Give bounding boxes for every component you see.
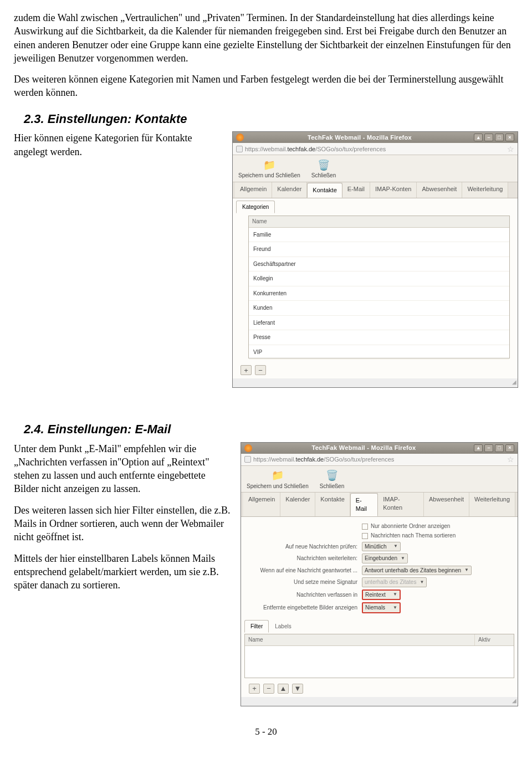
filter-list: Name Aktiv [244, 634, 514, 678]
paragraph-kontakte: Hier können eigene Kategorien für Kontak… [14, 131, 224, 158]
tab-allgemein[interactable]: Allgemein [243, 493, 280, 516]
select-forward-mode[interactable]: Eingebunden▼ [362, 553, 408, 563]
page-number: 5 - 20 [14, 726, 518, 739]
paragraph-email-3: Mittels der hier einstellbaren Labels kö… [14, 552, 233, 592]
remove-button[interactable]: − [255, 365, 266, 375]
tab-weiterleitung[interactable]: Weiterleitung [462, 182, 508, 198]
list-header-name[interactable]: Name [249, 216, 509, 228]
move-down-button[interactable]: ▼ [292, 684, 303, 694]
window-up-button[interactable]: ▴ [474, 134, 483, 141]
tab-kontakte[interactable]: Kontakte [315, 493, 350, 516]
paragraph-intro-2: Des weiteren können eigene Kategorien mi… [14, 73, 518, 100]
move-up-button[interactable]: ▲ [278, 684, 289, 694]
bookmark-star-icon[interactable]: ☆ [507, 454, 514, 465]
tab-weiterleitung[interactable]: Weiterleitung [469, 493, 515, 516]
remove-button[interactable]: − [263, 684, 274, 694]
chevron-down-icon: ▼ [393, 592, 397, 598]
paragraph-intro-1: zudem die Wahl zwischen „Vertraulichen" … [14, 11, 518, 65]
list-item[interactable]: Freund [249, 242, 509, 257]
select-reply-placement[interactable]: Antwort unterhalb des Zitates beginnen▼ [362, 566, 472, 576]
chevron-down-icon: ▼ [401, 556, 405, 562]
tab-kalender[interactable]: Kalender [280, 493, 315, 516]
save-close-button[interactable]: 📁 Speichern und Schließen [238, 158, 300, 180]
firefox-icon [244, 444, 252, 452]
label-signature: Und setze meine Signatur [245, 578, 362, 586]
list-item[interactable]: VIP [249, 345, 509, 360]
checkbox-sort-by-thread[interactable]: Nachrichten nach Thema sortieren [362, 532, 456, 540]
select-remote-images[interactable]: Niemals▼ [362, 602, 401, 613]
firefox-icon [236, 134, 244, 141]
bookmark-star-icon[interactable]: ☆ [507, 144, 514, 155]
tab-abwesenheit[interactable]: Abwesenheit [417, 182, 462, 198]
window-close-button[interactable]: × [505, 444, 514, 452]
close-icon: 🗑️ [324, 469, 340, 483]
list-item[interactable]: Kunden [249, 301, 509, 316]
window-maximize-button[interactable]: □ [495, 134, 504, 141]
chevron-down-icon: ▼ [393, 605, 397, 611]
label-forward: Nachrichten weiterleiten: [245, 555, 362, 562]
checkbox-subscribed-only[interactable]: Nur abonnierte Ordner anzeigen [362, 522, 450, 530]
column-name[interactable]: Name [245, 634, 475, 645]
toolbar: 📁 Speichern und Schließen 🗑️ Schließen [241, 466, 518, 493]
window-minimize-button[interactable]: – [484, 444, 493, 452]
tab-imap[interactable]: IMAP-Konten [370, 182, 417, 198]
tab-kontakte[interactable]: Kontakte [307, 183, 342, 198]
list-item[interactable]: Konkurrenten [249, 286, 509, 301]
subtab-labels[interactable]: Labels [269, 620, 297, 633]
screenshot-kontakte: TechFak Webmail - Mozilla Firefox ▴ – □ … [232, 131, 518, 387]
column-aktiv[interactable]: Aktiv [475, 634, 514, 645]
address-bar[interactable]: https://webmail.techfak.de/SOGo/so/tux/p… [233, 143, 518, 155]
tab-email[interactable]: E-Mail [342, 182, 370, 198]
label-reply-placement: Wenn auf eine Nachricht geantwortet ... [245, 567, 362, 575]
list-item[interactable]: Familie [249, 228, 509, 243]
tab-email[interactable]: E-Mail [350, 493, 378, 516]
window-title: TechFak Webmail - Mozilla Firefox [247, 134, 472, 142]
chevron-down-icon: ▼ [393, 544, 398, 550]
tab-imap[interactable]: IMAP-Konten [378, 493, 424, 516]
save-close-button[interactable]: 📁 Speichern und Schließen [247, 469, 309, 490]
select-check-interval[interactable]: Minütlich▼ [362, 542, 401, 552]
add-button[interactable]: + [241, 365, 252, 375]
close-button[interactable]: 🗑️ Schließen [311, 158, 336, 180]
lock-icon [236, 146, 243, 152]
tab-abwesenheit[interactable]: Abwesenheit [424, 493, 469, 516]
lock-icon [244, 456, 251, 463]
label-compose-format: Nachrichten verfassen in [245, 591, 362, 599]
resize-grip-icon[interactable]: ◢ [233, 378, 518, 387]
list-item[interactable]: Geschäftspartner [249, 257, 509, 272]
category-list: Name Familie Freund Geschäftspartner Kol… [248, 216, 510, 358]
paragraph-email-2: Des weiteren lassen sich hier Filter ein… [14, 504, 233, 544]
label-check-mail: Auf neue Nachrichten prüfen: [245, 543, 362, 551]
add-button[interactable]: + [249, 684, 260, 694]
tab-bar: Allgemein Kalender Kontakte E-Mail IMAP-… [241, 493, 518, 517]
list-item[interactable]: Kollegin [249, 271, 509, 286]
chevron-down-icon: ▼ [464, 567, 469, 573]
window-minimize-button[interactable]: – [484, 134, 493, 141]
list-item[interactable]: Presse [249, 330, 509, 345]
chevron-down-icon: ▼ [420, 580, 424, 586]
tab-bar: Allgemein Kalender Kontakte E-Mail IMAP-… [233, 182, 518, 198]
window-titlebar: TechFak Webmail - Mozilla Firefox ▴ – □ … [233, 132, 518, 143]
tab-allgemein[interactable]: Allgemein [235, 182, 272, 198]
tab-kalender[interactable]: Kalender [272, 182, 307, 198]
window-maximize-button[interactable]: □ [495, 444, 504, 452]
subtab-kategorien[interactable]: Kategorien [236, 201, 275, 214]
select-compose-format[interactable]: Reintext▼ [362, 589, 401, 601]
window-close-button[interactable]: × [505, 134, 514, 141]
heading-kontakte: 2.3. Einstellungen: Kontakte [24, 111, 518, 127]
url-text: https://webmail.techfak.de/SOGo/so/tux/p… [253, 455, 505, 464]
screenshot-email: TechFak Webmail - Mozilla Firefox ▴ – □ … [241, 442, 518, 706]
label-remote-images: Entfernte eingebettete Bilder anzeigen [245, 604, 362, 612]
url-text: https://webmail.techfak.de/SOGo/so/tux/p… [245, 145, 505, 153]
subtab-filter[interactable]: Filter [244, 620, 269, 633]
window-up-button[interactable]: ▴ [474, 444, 483, 452]
resize-grip-icon[interactable]: ◢ [241, 697, 518, 706]
list-item[interactable]: Lieferant [249, 316, 509, 331]
window-title: TechFak Webmail - Mozilla Firefox [255, 444, 472, 452]
close-button[interactable]: 🗑️ Schließen [320, 469, 344, 490]
select-signature-placement[interactable]: unterhalb des Zitates▼ [362, 577, 427, 587]
window-titlebar: TechFak Webmail - Mozilla Firefox ▴ – □ … [241, 443, 518, 454]
save-icon: 📁 [262, 158, 277, 172]
address-bar[interactable]: https://webmail.techfak.de/SOGo/so/tux/p… [241, 454, 518, 466]
save-icon: 📁 [270, 469, 285, 483]
